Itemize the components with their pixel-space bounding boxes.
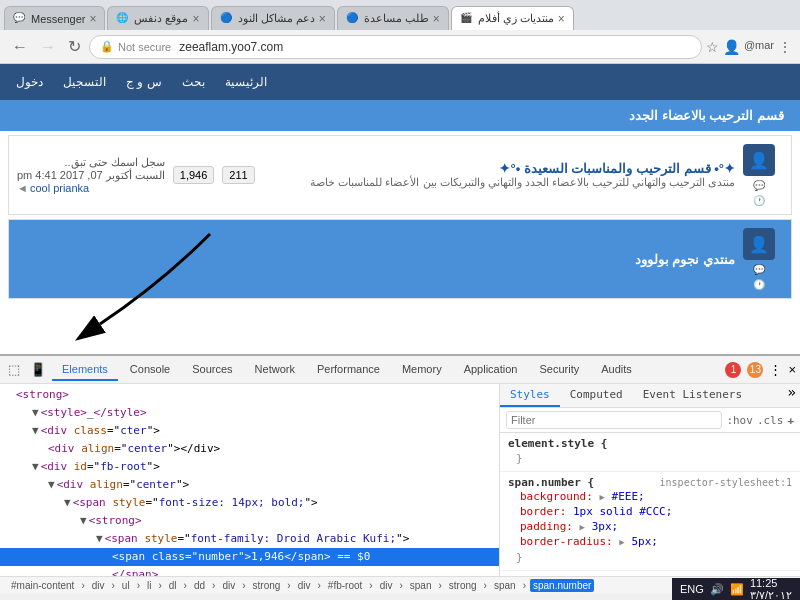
devtools-tabbar: ⬚ 📱 Elements Console Sources Network Per… xyxy=(0,356,800,384)
devtools-inspect-icon[interactable]: ⬚ xyxy=(4,362,24,377)
filter-cls[interactable]: .cls xyxy=(757,414,784,427)
tab-node[interactable]: 🔵 دعم مشاكل النود × xyxy=(211,6,335,30)
breadcrumb-strong2[interactable]: strong xyxy=(446,579,480,592)
html-line-strong2[interactable]: ▼<strong> xyxy=(0,512,499,530)
breadcrumb-fbroot[interactable]: #fb-root xyxy=(325,579,365,592)
breadcrumb-div2[interactable]: div xyxy=(219,579,238,592)
forward-button[interactable]: → xyxy=(36,36,60,58)
nav-qna[interactable]: س و ج xyxy=(126,75,162,89)
nav-login[interactable]: دخول xyxy=(16,75,43,89)
forum-icon-2: 👤 xyxy=(743,228,775,260)
address-bar[interactable]: 🔒 Not secure zeeaflam.yoo7.com xyxy=(89,35,702,59)
bookmark-icon[interactable]: ☆ xyxy=(706,39,719,55)
html-line-span-style[interactable]: ▼<span style="font-size: 14px; bold;"> xyxy=(0,494,499,512)
source-inspector[interactable]: inspector-stylesheet:1 xyxy=(660,477,792,488)
html-line-div-center[interactable]: <div align="center"></div> xyxy=(0,440,499,458)
date-display: ٣/٧/٢٠١٢ xyxy=(750,589,792,601)
tab-network[interactable]: Network xyxy=(245,359,305,381)
breadcrumb-div3[interactable]: div xyxy=(295,579,314,592)
filter-input[interactable] xyxy=(506,411,722,429)
breadcrumb-div4[interactable]: div xyxy=(377,579,396,592)
error-badge: 1 xyxy=(725,362,741,378)
breadcrumb-ul[interactable]: ul xyxy=(119,579,133,592)
settings-icon[interactable]: ⋮ xyxy=(778,39,792,55)
html-line-style[interactable]: ▼<style>_</style> xyxy=(0,404,499,422)
tab-application[interactable]: Application xyxy=(454,359,528,381)
nav-register[interactable]: التسجيل xyxy=(63,75,106,89)
forum-meta-1: سجل اسمك حتى تبق.. السبت أكتوبر 07, pm 4… xyxy=(17,156,165,194)
tab-close-messenger[interactable]: × xyxy=(89,12,96,26)
reload-button[interactable]: ↻ xyxy=(64,35,85,58)
devtools-device-icon[interactable]: 📱 xyxy=(26,362,50,377)
forum-title-1[interactable]: ✦°• قسم الترحيب والمناسبات السعيدة •°✦ xyxy=(263,161,735,176)
tab-close-node[interactable]: × xyxy=(319,12,326,26)
nav-home[interactable]: الرئيسية xyxy=(225,75,267,89)
styles-tab-event-listeners[interactable]: Event Listeners xyxy=(633,384,752,407)
toolbar-icons: ☆ 👤 @mar ⋮ xyxy=(706,39,792,55)
styles-expand-icon[interactable]: » xyxy=(784,384,800,407)
tab-dnfs[interactable]: 🌐 موقع دنفس × xyxy=(107,6,208,30)
tab-close-zeaflam[interactable]: × xyxy=(558,12,565,26)
system-tray: ENG 🔊 📶 11:25 ٣/٧/٢٠١٢ xyxy=(672,578,800,600)
security-label: Not secure xyxy=(118,41,171,53)
html-line-div-align[interactable]: ▼<div align="center"> xyxy=(0,476,499,494)
styles-tab-styles[interactable]: Styles xyxy=(500,384,560,407)
devtools-close-icon[interactable]: × xyxy=(788,362,796,377)
devtools-panel: ⬚ 📱 Elements Console Sources Network Per… xyxy=(0,354,800,594)
clock: 11:25 xyxy=(750,577,778,589)
account-icon[interactable]: 👤 xyxy=(723,39,740,55)
breadcrumb-dl[interactable]: dl xyxy=(166,579,180,592)
devtools-body: <strong> ▼<style>_</style> ▼<div class="… xyxy=(0,384,800,576)
back-button[interactable]: ← xyxy=(8,36,32,58)
filter-hov[interactable]: :hov xyxy=(726,414,753,427)
node-favicon: 🔵 xyxy=(220,12,234,26)
elements-scroll[interactable]: <strong> ▼<style>_</style> ▼<div class="… xyxy=(0,384,499,576)
tab-close-help[interactable]: × xyxy=(433,12,440,26)
html-line-div-cter[interactable]: ▼<div class="cter"> xyxy=(0,422,499,440)
breadcrumb-main-content[interactable]: #main-content xyxy=(8,579,77,592)
tab-help[interactable]: 🔵 طلب مساعدة × xyxy=(337,6,449,30)
section-title: قسم الترحيب بالاعضاء الجدد xyxy=(629,108,784,123)
tab-console[interactable]: Console xyxy=(120,359,180,381)
forum-title-2[interactable]: منتدي نجوم بولوود xyxy=(17,252,735,267)
prop-padding: padding: ▶ 3px; xyxy=(508,519,792,534)
section-header: قسم الترحيب بالاعضاء الجدد xyxy=(0,100,800,131)
selector-element-style: element.style { xyxy=(508,437,607,450)
tab-elements[interactable]: Elements xyxy=(52,359,118,381)
filter-bar: :hov .cls + xyxy=(500,408,800,433)
tab-close-dnfs[interactable]: × xyxy=(193,12,200,26)
html-line-close-span1[interactable]: </span> xyxy=(0,566,499,576)
breadcrumb-li[interactable]: li xyxy=(144,579,154,592)
html-line-span-number[interactable]: <span class="number">1,946</span> == $0 xyxy=(0,548,499,566)
devtools-header-right: 1 13 ⋮ × xyxy=(725,362,796,378)
breadcrumb-span-number[interactable]: span.number xyxy=(530,579,594,592)
nav-search[interactable]: بحث xyxy=(182,75,205,89)
html-line-span-kufi[interactable]: ▼<span style="font-family: Droid Arabic … xyxy=(0,530,499,548)
messenger-favicon: 💬 xyxy=(13,12,27,26)
breadcrumb-span[interactable]: span xyxy=(407,579,435,592)
breadcrumb-strong[interactable]: strong xyxy=(250,579,284,592)
stat-posts: 211 xyxy=(222,166,254,184)
breadcrumb-div1[interactable]: div xyxy=(89,579,108,592)
tab-performance[interactable]: Performance xyxy=(307,359,390,381)
last-post-user: سجل اسمك حتى تبق.. xyxy=(17,156,165,169)
filter-add[interactable]: + xyxy=(787,414,794,427)
tab-zeaflam[interactable]: 🎬 منتديات زي أفلام × xyxy=(451,6,574,30)
styles-tab-computed[interactable]: Computed xyxy=(560,384,633,407)
tab-sources[interactable]: Sources xyxy=(182,359,242,381)
tab-security[interactable]: Security xyxy=(529,359,589,381)
tab-messenger[interactable]: 💬 Messenger × xyxy=(4,6,105,30)
last-post-link[interactable]: ◄ cool prianka xyxy=(17,182,165,194)
devtools-menu-icon[interactable]: ⋮ xyxy=(769,362,782,377)
breadcrumb-span2[interactable]: span xyxy=(491,579,519,592)
url-display: zeeaflam.yoo7.com xyxy=(179,40,283,54)
tab-memory[interactable]: Memory xyxy=(392,359,452,381)
tab-audits[interactable]: Audits xyxy=(591,359,642,381)
forum-desc-1: منتدى الترحيب والتهاني للترحيب بالاعضاء … xyxy=(263,176,735,189)
html-line-div-fbroot[interactable]: ▼<div id="fb-root"> xyxy=(0,458,499,476)
forum-info-2: منتدي نجوم بولوود xyxy=(17,252,735,267)
html-line-strong[interactable]: <strong> xyxy=(0,386,499,404)
breadcrumb-dd[interactable]: dd xyxy=(191,579,208,592)
warning-badge: 13 xyxy=(747,362,763,378)
forum-row-2: 👤 💬 🕐 منتدي نجوم بولوود xyxy=(8,219,792,299)
